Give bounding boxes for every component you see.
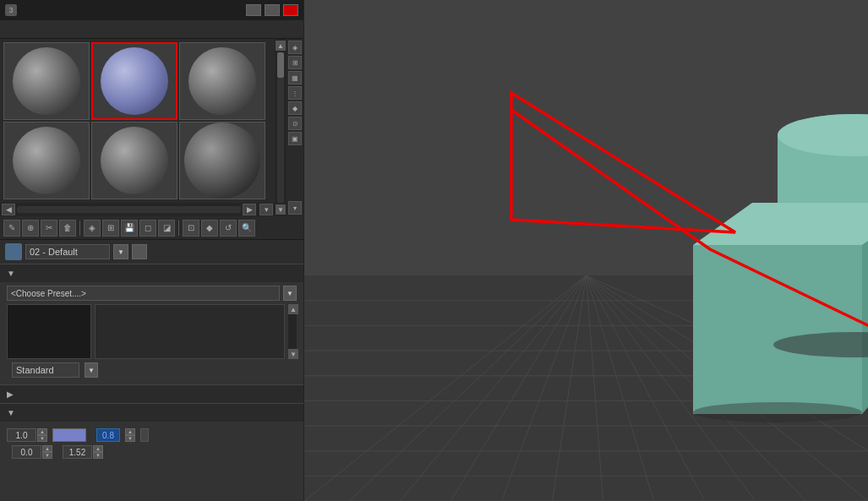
side-icon-5[interactable]: ◆ <box>288 101 302 115</box>
mat-brush-icon <box>5 243 22 260</box>
ior-up[interactable]: ▲ <box>93 445 103 452</box>
sphere-1 <box>101 47 168 115</box>
sample-slot-2[interactable] <box>179 42 265 120</box>
side-icon-1[interactable]: ◈ <box>288 41 302 54</box>
metalness-down[interactable]: ▼ <box>42 452 52 459</box>
tool-select[interactable]: ◈ <box>84 220 101 237</box>
value1-input[interactable] <box>7 428 36 442</box>
side-icon-3[interactable]: ▦ <box>288 71 302 84</box>
tool-undo[interactable]: ↺ <box>220 220 237 237</box>
side-icon-4[interactable]: ⋮ <box>288 86 302 100</box>
sample-slot-4[interactable] <box>91 122 177 199</box>
sphere-4 <box>101 127 168 194</box>
content-area: ▼ ▼ ▲ ▼ <box>0 264 303 501</box>
viewport-grid <box>304 0 868 501</box>
scroll-track <box>277 52 284 203</box>
presets-preview-area: ▲ ▼ <box>7 304 297 359</box>
nav-extra-btn[interactable]: ▾ <box>259 204 273 215</box>
tool-save[interactable]: 💾 <box>121 220 138 237</box>
tool-diamond[interactable]: ◆ <box>201 220 218 237</box>
menu-utilities[interactable] <box>51 28 61 31</box>
mat-mode-select[interactable] <box>12 362 79 378</box>
tool-rect[interactable]: ◻ <box>139 220 156 237</box>
tool-add[interactable]: ⊕ <box>22 220 39 237</box>
sample-slot-0[interactable] <box>3 42 90 120</box>
presets-content: ▼ ▲ ▼ ▼ <box>0 282 303 384</box>
tool-separator-2 <box>178 221 179 236</box>
presets-arrow: ▼ <box>7 269 15 278</box>
tool-delete[interactable]: 🗑 <box>59 220 76 237</box>
maximize-button[interactable] <box>265 4 280 16</box>
ior-spinner: ▲ ▼ <box>63 445 103 459</box>
preset-scroll-up[interactable]: ▲ <box>288 304 298 314</box>
tool-cut[interactable]: ✂ <box>41 220 57 237</box>
toolbar-row: ✎ ⊕ ✂ 🗑 ◈ ⊞ 💾 ◻ ◪ ⊡ ◆ ↺ 🔍 <box>0 216 303 240</box>
left-panel: 3 <box>0 0 304 501</box>
scroll-thumb[interactable] <box>277 52 284 78</box>
metalness-row: ▲ ▼ ▲ ▼ <box>7 445 297 459</box>
ior-down[interactable]: ▼ <box>93 452 103 459</box>
menu-options[interactable] <box>39 28 49 31</box>
mat-type-button[interactable] <box>132 244 147 259</box>
mat-name-dropdown-btn[interactable]: ▼ <box>113 244 128 259</box>
preset-scrollbar: ▲ ▼ <box>288 304 297 359</box>
sphere-5 <box>184 123 260 199</box>
sample-slot-1[interactable] <box>91 42 177 120</box>
title-bar-buttons <box>246 4 298 16</box>
sample-slot-5[interactable] <box>179 122 265 199</box>
menu-modes[interactable] <box>3 28 14 31</box>
nav-left-btn[interactable]: ◀ <box>2 204 15 215</box>
roughness-input[interactable] <box>96 428 120 442</box>
tool-separator-1 <box>79 221 80 236</box>
basic-arrow: ▼ <box>7 408 15 417</box>
basic-params-content: ▲ ▼ ▲ ▼ ▲ ▼ <box>0 422 303 466</box>
inv-button[interactable] <box>140 428 149 442</box>
color-row: ▲ ▼ ▲ ▼ <box>7 428 297 442</box>
mat-name-input[interactable] <box>25 244 110 259</box>
menu-material[interactable] <box>15 28 25 31</box>
spin-down-1[interactable]: ▼ <box>37 435 47 442</box>
roughness-spin-down[interactable]: ▼ <box>125 435 135 442</box>
basic-params-header[interactable]: ▼ <box>0 403 303 422</box>
sphere-0 <box>13 47 80 115</box>
presets-section-header[interactable]: ▼ <box>0 264 303 282</box>
tool-brush[interactable]: ✎ <box>3 220 20 237</box>
coating-params-header[interactable]: ▶ <box>0 384 303 403</box>
mat-name-row: ▼ <box>0 240 303 264</box>
scroll-up-arrow[interactable]: ▲ <box>276 41 286 51</box>
coating-arrow: ▶ <box>7 389 14 399</box>
nav-right-btn[interactable]: ▶ <box>243 204 256 215</box>
preset-dropdown-btn[interactable]: ▼ <box>283 286 297 301</box>
roughness-spinner-btns: ▲ ▼ <box>125 428 135 442</box>
side-icon-bottom[interactable]: ▾ <box>288 201 302 215</box>
preset-dropdown[interactable] <box>7 286 280 301</box>
roughness-spin-up[interactable]: ▲ <box>125 428 135 435</box>
base-color-swatch[interactable] <box>52 428 86 442</box>
side-icon-6[interactable]: ⊙ <box>288 117 302 130</box>
mat-mode-row: ▼ <box>7 359 297 381</box>
tool-grid[interactable]: ⊞ <box>102 220 119 237</box>
mat-mode-dropdown-btn[interactable]: ▼ <box>85 362 98 378</box>
ior-input[interactable] <box>63 445 92 459</box>
metalness-up[interactable]: ▲ <box>42 445 52 452</box>
svg-point-38 <box>693 402 862 422</box>
sample-area: ◀ ▶ ▾ ▲ ▼ ◈ ⊞ ▦ ⋮ ◆ ⊙ ▣ ▾ <box>0 39 303 216</box>
menu-navigation[interactable] <box>27 28 37 31</box>
tool-search[interactable]: 🔍 <box>238 220 255 237</box>
preset-scroll-down[interactable]: ▼ <box>288 349 298 359</box>
viewport[interactable] <box>304 0 868 501</box>
tool-view[interactable]: ◪ <box>158 220 175 237</box>
spin-up-1[interactable]: ▲ <box>37 428 47 435</box>
sample-grid <box>3 42 265 199</box>
minimize-button[interactable] <box>246 4 261 16</box>
side-icon-7[interactable]: ▣ <box>288 132 302 145</box>
svg-rect-31 <box>693 245 862 414</box>
metalness-input[interactable] <box>12 445 41 459</box>
sample-slot-3[interactable] <box>3 122 90 199</box>
side-icon-2[interactable]: ⊞ <box>288 56 302 69</box>
tool-node[interactable]: ⊡ <box>183 220 199 237</box>
close-button[interactable] <box>283 4 298 16</box>
spinner-btns-1: ▲ ▼ <box>37 428 47 442</box>
preset-preview <box>95 304 285 359</box>
scroll-down-arrow[interactable]: ▼ <box>276 204 286 215</box>
